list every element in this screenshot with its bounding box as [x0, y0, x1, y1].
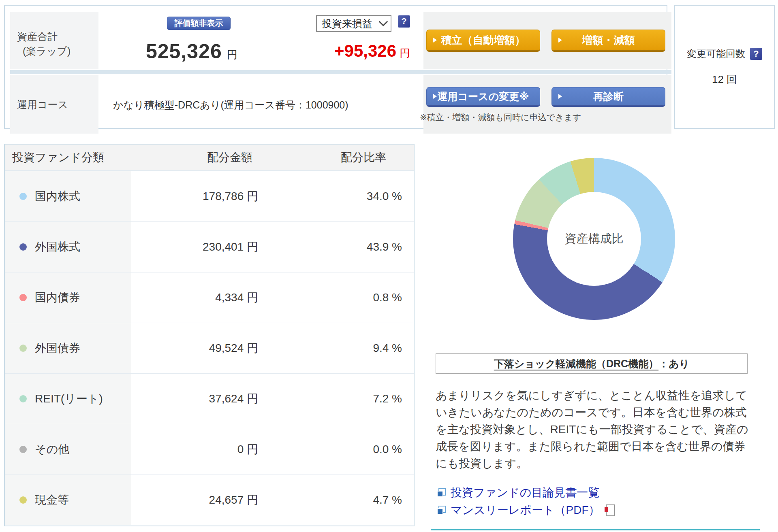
row-label: 国内債券: [35, 272, 80, 323]
row-amount: 49,524 円: [143, 323, 258, 373]
row-amount: 37,624 円: [143, 374, 258, 424]
legend-dot-icon: [19, 294, 27, 301]
row-ratio: 43.9 %: [305, 222, 402, 272]
pdf-icon[interactable]: [606, 504, 615, 516]
donut-center-label: 資産構成比: [565, 231, 624, 247]
table-row: 国内株式 178,786 円 34.0 %: [5, 171, 414, 222]
profit-loss-value: +95,326: [334, 41, 396, 60]
profit-period-value: 投資来損益: [322, 17, 372, 30]
apply-note: ※積立・増額・減額も同時に申込できます: [420, 112, 581, 123]
table-row: REIT(リート) 37,624 円 7.2 %: [5, 374, 414, 424]
asset-total-value: 525,326: [146, 40, 222, 63]
profit-loss: +95,326円: [313, 41, 410, 61]
play-arrow-icon: [558, 94, 562, 99]
table-row: 外国株式 230,401 円 43.9 %: [5, 222, 414, 272]
legend-dot-icon: [19, 496, 27, 504]
asset-total: 525,326円: [146, 40, 237, 63]
row-label: 国内株式: [35, 171, 80, 221]
chevron-down-icon: [379, 17, 388, 26]
row-amount: 0 円: [143, 424, 258, 475]
table-row: 外国債券 49,524 円 9.4 %: [5, 323, 414, 374]
external-link-icon: [437, 488, 446, 497]
rediagnose-button-label: 再診断: [593, 90, 624, 103]
change-count-box: 変更可能回数 ? 12 回: [674, 5, 775, 129]
change-course-button-label: 運用コースの変更※: [437, 90, 529, 103]
asset-total-unit: 円: [227, 49, 237, 61]
rediagnose-button[interactable]: 再診断: [551, 87, 665, 107]
row-amount: 230,401 円: [143, 222, 258, 272]
profit-period-select[interactable]: 投資来損益: [316, 15, 391, 32]
course-value: かなり積極型-DRCあり(運用コース番号：1000900): [113, 98, 348, 112]
drc-feature-box: 下落ショック軽減機能（DRC機能）：あり: [436, 353, 748, 374]
change-count-help-icon[interactable]: ?: [750, 48, 762, 60]
allocation-table: 投資ファンド分類 配分金額 配分比率 国内株式 178,786 円 34.0 %…: [4, 144, 415, 526]
change-count-label: 変更可能回数: [687, 47, 745, 60]
monthly-report-link[interactable]: マンスリーレポート（PDF）: [451, 502, 600, 518]
monthly-report-link-row: マンスリーレポート（PDF）: [437, 502, 615, 518]
legend-dot-icon: [19, 446, 27, 453]
increase-decrease-button-label: 増額・減額: [582, 33, 635, 47]
header-ratio: 配分比率: [315, 145, 412, 170]
legend-dot-icon: [19, 395, 27, 402]
row-ratio: 7.2 %: [305, 374, 402, 424]
prospectus-link[interactable]: 投資ファンドの目論見書一覧: [451, 485, 599, 500]
legend-dot-icon: [19, 193, 27, 200]
external-link-icon: [437, 506, 446, 515]
section-divider: [431, 529, 760, 530]
drc-title: 下落ショック軽減機能（DRC機能）: [494, 357, 659, 370]
tsumitate-button-label: 積立（自動増額）: [441, 33, 526, 47]
row-ratio: 9.4 %: [305, 323, 402, 373]
legend-dot-icon: [19, 345, 27, 352]
row-ratio: 4.7 %: [305, 475, 402, 525]
row-amount: 4,334 円: [143, 272, 258, 323]
change-course-button[interactable]: 運用コースの変更※: [426, 87, 540, 107]
rakuwrap-asset-page: 資産合計 (楽ラップ) 評価額非表示 525,326円 投資来損益 ? +95,…: [0, 0, 778, 532]
row-amount: 24,657 円: [143, 475, 258, 525]
row-amount: 178,786 円: [143, 171, 258, 221]
table-row: その他 0 円 0.0 %: [5, 424, 414, 475]
table-row: 国内債券 4,334 円 0.8 %: [5, 272, 414, 323]
asset-donut: 資産構成比: [513, 158, 675, 320]
row-ratio: 0.8 %: [305, 272, 402, 323]
row-label: 外国債券: [35, 323, 80, 373]
table-row: 現金等 24,657 円 4.7 %: [5, 475, 414, 525]
course-description: あまりリスクを気にしすぎずに、とことん収益性を追求して いきたいあなたのためのコ…: [436, 387, 760, 472]
header-amount: 配分金額: [179, 145, 280, 170]
row-ratio: 0.0 %: [305, 424, 402, 475]
profit-help-icon[interactable]: ?: [398, 15, 410, 28]
course-label: 運用コース: [17, 98, 68, 111]
drc-status: ：あり: [658, 357, 689, 370]
row-label: 現金等: [35, 475, 69, 525]
asset-donut-hole: 資産構成比: [547, 192, 641, 286]
tsumitate-button[interactable]: 積立（自動増額）: [426, 30, 540, 52]
row-label: 外国株式: [35, 222, 80, 272]
row-ratio: 34.0 %: [305, 171, 402, 221]
asset-total-label-line1: 資産合計: [17, 29, 71, 44]
profit-loss-unit: 円: [400, 47, 410, 59]
summary-panel: 資産合計 (楽ラップ) 評価額非表示 525,326円 投資来損益 ? +95,…: [4, 5, 667, 129]
play-arrow-icon: [433, 38, 437, 43]
allocation-table-header: 投資ファンド分類 配分金額 配分比率: [5, 145, 414, 171]
legend-dot-icon: [19, 243, 27, 251]
asset-total-label-line2: (楽ラップ): [23, 44, 71, 58]
header-fund-class: 投資ファンド分類: [12, 145, 104, 170]
hide-valuation-button[interactable]: 評価額非表示: [167, 17, 231, 30]
increase-decrease-button[interactable]: 増額・減額: [551, 30, 665, 52]
prospectus-link-row: 投資ファンドの目論見書一覧: [437, 485, 599, 500]
row-label: その他: [35, 424, 69, 475]
row-separator: [10, 70, 671, 74]
row-label: REIT(リート): [35, 374, 103, 424]
asset-total-label: 資産合計 (楽ラップ): [17, 29, 71, 58]
play-arrow-icon: [558, 38, 562, 43]
play-arrow-icon: [433, 94, 437, 99]
change-count-value: 12 回: [712, 72, 737, 87]
